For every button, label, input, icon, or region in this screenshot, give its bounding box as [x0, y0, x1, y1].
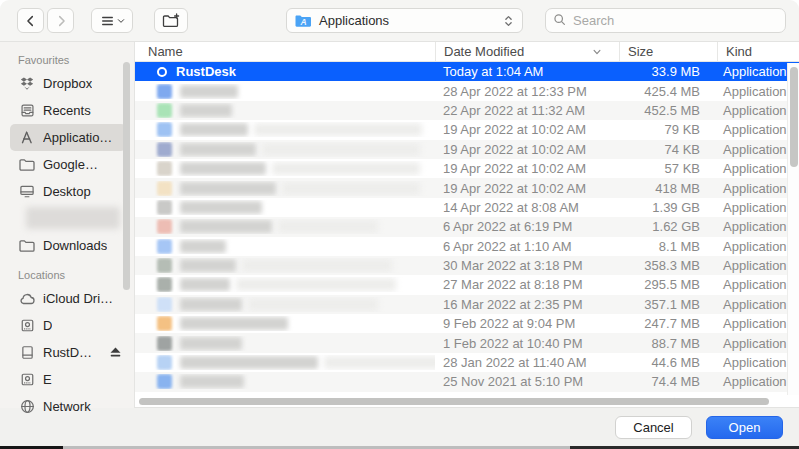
eject-icon[interactable] — [109, 344, 122, 362]
vertical-scrollbar[interactable] — [787, 63, 799, 395]
app-icon-blurred — [157, 103, 172, 118]
date-modified-cell: 28 Apr 2022 at 12:33 PM — [435, 84, 618, 99]
file-row[interactable]: 19 Apr 2022 at 10:02 AM74 KBApplication — [135, 140, 799, 159]
file-row[interactable]: 25 Nov 2021 at 5:10 PM74.4 MBApplication — [135, 372, 799, 391]
file-name: RustDesk — [176, 64, 236, 79]
app-icon-blurred — [157, 84, 172, 99]
sidebar: Favourites DropboxRecentsApplicatio…Goog… — [0, 42, 135, 408]
globe-icon — [18, 399, 36, 414]
name-cell — [135, 219, 435, 234]
kind-cell: Application — [715, 84, 787, 99]
search-field[interactable] — [545, 8, 786, 33]
column-header-date-modified[interactable]: Date Modified — [436, 42, 619, 61]
toolbar: A Applications — [0, 0, 799, 42]
file-row[interactable]: 27 Mar 2022 at 8:18 PM295.5 MBApplicatio… — [135, 275, 799, 294]
date-modified-cell: 27 Mar 2022 at 8:18 PM — [435, 277, 618, 292]
column-header-kind[interactable]: Kind — [718, 42, 790, 61]
disk-icon — [18, 372, 36, 387]
file-row[interactable]: 6 Apr 2022 at 1:10 AM8.1 MBApplication — [135, 237, 799, 256]
cancel-button[interactable]: Cancel — [615, 416, 692, 439]
name-cell — [135, 103, 435, 118]
sidebar-item-e[interactable]: E — [10, 366, 126, 393]
location-dropdown[interactable]: A Applications — [286, 8, 523, 33]
kind-cell: Application — [715, 219, 787, 234]
horizontal-scrollbar-thumb[interactable] — [139, 398, 769, 405]
sidebar-item-icloud-dri-[interactable]: iCloud Dri… — [10, 285, 126, 312]
file-row[interactable]: 1 Feb 2022 at 10:40 PM88.7 MBApplication — [135, 333, 799, 352]
date-modified-cell: 19 Apr 2022 at 10:02 AM — [435, 181, 618, 196]
sidebar-item-label: E — [43, 372, 52, 387]
open-dialog-window: A Applications Favourites DropboxRecents… — [0, 0, 799, 449]
forward-button[interactable] — [47, 8, 74, 33]
size-cell: 57 KB — [618, 161, 715, 176]
sidebar-item-label: D — [43, 318, 52, 333]
app-icon-blurred — [157, 277, 172, 292]
file-row[interactable]: 19 Apr 2022 at 10:02 AM79 KBApplication — [135, 120, 799, 139]
file-name-blurred — [180, 85, 238, 98]
column-header-name[interactable]: Name — [135, 42, 435, 61]
app-icon-blurred — [157, 200, 172, 215]
back-button[interactable] — [17, 8, 44, 33]
sidebar-item-applicatio-[interactable]: Applicatio… — [10, 124, 126, 151]
list-view-icon — [100, 14, 115, 28]
sidebar-item-label: Downloads — [43, 238, 107, 253]
sidebar-item-d[interactable]: D — [10, 312, 126, 339]
column-header-size[interactable]: Size — [620, 42, 717, 61]
sidebar-item-recents[interactable]: Recents — [10, 97, 126, 124]
sidebar-item-network[interactable]: Network — [10, 393, 126, 420]
sidebar-item-blurred[interactable] — [26, 207, 120, 229]
vertical-scrollbar-thumb[interactable] — [790, 67, 798, 167]
size-cell: 295.5 MB — [618, 277, 715, 292]
file-row[interactable]: 28 Jan 2022 at 11:40 AM44.6 MBApplicatio… — [135, 353, 799, 372]
view-options-button[interactable] — [91, 8, 133, 33]
horizontal-scrollbar[interactable] — [135, 395, 799, 408]
name-cell — [135, 336, 435, 351]
file-row[interactable]: 9 Feb 2022 at 9:04 PM247.7 MBApplication — [135, 314, 799, 333]
size-cell: 79 KB — [618, 122, 715, 137]
column-header-label: Name — [148, 44, 183, 59]
column-header-label: Kind — [726, 44, 752, 59]
file-row[interactable]: 30 Mar 2022 at 3:18 PM358.3 MBApplicatio… — [135, 256, 799, 275]
file-row-rustdesk[interactable]: RustDeskToday at 1:04 AM33.9 MBApplicati… — [135, 62, 799, 81]
date-modified-cell: 30 Mar 2022 at 3:18 PM — [435, 258, 618, 273]
file-name-blurred — [180, 240, 226, 253]
file-name-blurred — [180, 182, 276, 195]
sidebar-item-downloads[interactable]: Downloads — [10, 232, 126, 259]
file-row[interactable]: 19 Apr 2022 at 10:02 AM57 KBApplication — [135, 159, 799, 178]
file-row[interactable]: 22 Apr 2022 at 11:32 AM452.5 MBApplicati… — [135, 101, 799, 120]
new-folder-button[interactable] — [154, 8, 188, 33]
open-button[interactable]: Open — [706, 416, 783, 439]
locations-section-label: Locations — [0, 259, 134, 285]
column-header-label: Date Modified — [444, 44, 524, 59]
sidebar-item-google-[interactable]: Google… — [10, 151, 126, 178]
sidebar-item-dropbox[interactable]: Dropbox — [10, 70, 126, 97]
kind-cell: Application — [715, 239, 787, 254]
kind-cell: Application — [715, 355, 787, 370]
name-cell — [135, 277, 435, 292]
size-cell: 88.7 MB — [618, 336, 715, 351]
size-cell: 74.4 MB — [618, 374, 715, 389]
search-input[interactable] — [571, 12, 778, 29]
file-name-blurred — [180, 317, 288, 330]
size-cell: 8.1 MB — [618, 239, 715, 254]
sidebar-item-rustd-[interactable]: RustD… — [10, 339, 126, 366]
app-icon-blurred — [157, 355, 172, 370]
file-row[interactable]: 14 Apr 2022 at 8:08 AM1.39 GBApplication — [135, 198, 799, 217]
date-modified-cell: 19 Apr 2022 at 10:02 AM — [435, 161, 618, 176]
file-rows: RustDeskToday at 1:04 AM33.9 MBApplicati… — [135, 62, 799, 395]
size-cell: 418 MB — [618, 181, 715, 196]
app-icon-blurred — [157, 161, 172, 176]
sidebar-item-desktop[interactable]: Desktop — [10, 178, 126, 205]
file-row[interactable]: 28 Apr 2022 at 12:33 PM425.4 MBApplicati… — [135, 81, 799, 100]
file-name-blurred-extra — [248, 298, 378, 311]
file-row[interactable]: 6 Apr 2022 at 6:19 PM1.62 GBApplication — [135, 217, 799, 236]
sidebar-scrollbar-thumb[interactable] — [123, 62, 130, 290]
app-icon-blurred — [157, 122, 172, 137]
file-name-blurred — [180, 143, 256, 156]
size-cell: 358.3 MB — [618, 258, 715, 273]
file-row[interactable]: 19 Apr 2022 at 10:02 AM418 MBApplication — [135, 178, 799, 197]
svg-text:A: A — [300, 16, 307, 26]
file-row[interactable]: 16 Mar 2022 at 2:35 PM357.1 MBApplicatio… — [135, 295, 799, 314]
folder-icon — [18, 239, 36, 253]
size-cell: 1.39 GB — [618, 200, 715, 215]
